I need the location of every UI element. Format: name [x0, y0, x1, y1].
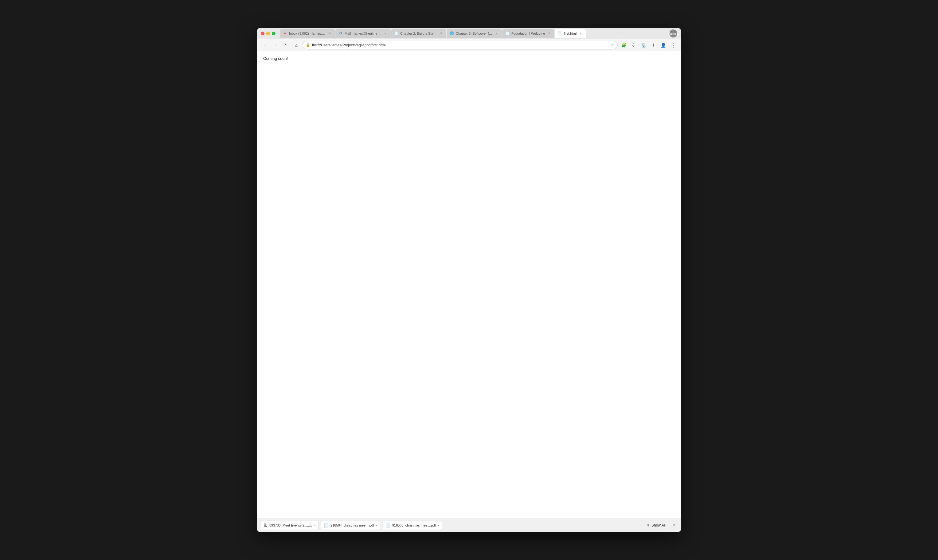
bookmark-icon[interactable]: ☆ [611, 43, 614, 47]
coming-soon-text: Coming soon! [263, 56, 288, 61]
tab-foundation-label: Foundation | Welcome [511, 32, 545, 35]
more-button[interactable]: ⋮ [668, 41, 677, 49]
tab-chapter2[interactable]: 📄 Chapter 2: Build a Static W... × [391, 29, 446, 38]
show-all-download-icon: ⬇ [647, 523, 650, 528]
tab-foundation[interactable]: 📄 Foundation | Welcome × [502, 29, 554, 38]
forward-button[interactable]: › [271, 41, 280, 49]
download-pdf1-chevron-icon[interactable]: ▾ [376, 524, 377, 527]
address-bar[interactable]: 🔒 ☆ [302, 41, 618, 49]
firsthtml-favicon-icon: 📄 [558, 31, 562, 35]
downloads-bar: 🗜 893730_Meet Events-2....zip ▾ 📄 918504… [257, 518, 681, 532]
download-zip1-chevron-icon[interactable]: ▾ [314, 524, 316, 527]
download-item-pdf2[interactable]: 📄 918506_christmas mee....pdf ▾ [383, 521, 442, 530]
minimize-button[interactable] [266, 32, 270, 35]
back-button[interactable]: ‹ [261, 41, 270, 49]
tab-gmail[interactable]: M Inbox (3,092) - james.davi... × [280, 29, 335, 38]
download-zip1-label: 893730_Meet Events-2....zip [270, 523, 313, 527]
foundation-favicon-icon: 📄 [505, 31, 510, 35]
chapter3-favicon-icon: 🌐 [450, 31, 454, 35]
extensions-button[interactable]: 🧩 [619, 41, 628, 49]
toolbar: ‹ › ↻ ⌂ 🔒 ☆ 🧩 🛡 📡 ⬇ 👤 ⋮ [257, 39, 681, 51]
outlook-favicon-icon: O [339, 31, 343, 35]
download-pdf2-label: 918506_christmas mee....pdf [392, 523, 436, 527]
tab-firsthtml[interactable]: 📄 first.html × [555, 29, 586, 38]
pdf1-icon: 📄 [324, 523, 329, 528]
gmail-favicon-icon: M [283, 31, 287, 35]
toolbar-right-actions: 🧩 🛡 📡 ⬇ 👤 ⋮ [619, 41, 677, 49]
home-button[interactable]: ⌂ [292, 41, 301, 49]
tabs-bar: M Inbox (3,092) - james.davi... × O Mail… [280, 29, 667, 38]
profile-button[interactable]: 👤 [659, 41, 667, 49]
tab-chapter3-close-icon[interactable]: × [494, 31, 499, 35]
tab-chapter2-close-icon[interactable]: × [439, 31, 443, 35]
downloads-close-button[interactable]: × [670, 522, 677, 529]
traffic-lights [261, 32, 276, 35]
tab-outlook-close-icon[interactable]: × [383, 31, 388, 35]
tab-firsthtml-close-icon[interactable]: × [578, 31, 583, 35]
page-content: Coming soon! [257, 51, 681, 518]
show-all-button[interactable]: ⬇ Show All [644, 522, 668, 529]
pdf2-icon: 📄 [385, 523, 390, 528]
tab-outlook[interactable]: O Mail - james@healthengag... × [336, 29, 391, 38]
user-avatar[interactable]: James [669, 29, 677, 37]
tab-chapter3[interactable]: 🌐 Chapter 3: Softcover-flavo... × [447, 29, 502, 38]
tab-chapter2-label: Chapter 2: Build a Static W... [400, 32, 437, 35]
download-item-zip1[interactable]: 🗜 893730_Meet Events-2....zip ▾ [261, 521, 319, 530]
download-item-pdf1[interactable]: 📄 918504_christmas mee....pdf ▾ [321, 521, 380, 530]
chapter2-favicon-icon: 📄 [394, 31, 398, 35]
address-lock-icon: 🔒 [306, 43, 310, 47]
download-pdf2-chevron-icon[interactable]: ▾ [438, 524, 439, 527]
show-all-label: Show All [652, 523, 665, 528]
tab-firsthtml-label: first.html [564, 32, 577, 35]
tab-gmail-label: Inbox (3,092) - james.davi... [289, 32, 326, 35]
tab-outlook-label: Mail - james@healthengag... [345, 32, 382, 35]
download-button[interactable]: ⬇ [649, 41, 658, 49]
tab-foundation-close-icon[interactable]: × [547, 31, 551, 35]
title-bar: M Inbox (3,092) - james.davi... × O Mail… [257, 28, 681, 39]
download-pdf1-label: 918504_christmas mee....pdf [331, 523, 374, 527]
cast-button[interactable]: 📡 [639, 41, 648, 49]
address-input[interactable] [312, 43, 609, 47]
browser-window: M Inbox (3,092) - james.davi... × O Mail… [257, 28, 681, 532]
refresh-button[interactable]: ↻ [282, 41, 290, 49]
maximize-button[interactable] [272, 32, 276, 35]
close-button[interactable] [261, 32, 265, 35]
tab-gmail-close-icon[interactable]: × [328, 31, 332, 35]
tab-chapter3-label: Chapter 3: Softcover-flavo... [456, 32, 493, 35]
zip-icon: 🗜 [263, 523, 268, 528]
shield-button[interactable]: 🛡 [629, 41, 638, 49]
